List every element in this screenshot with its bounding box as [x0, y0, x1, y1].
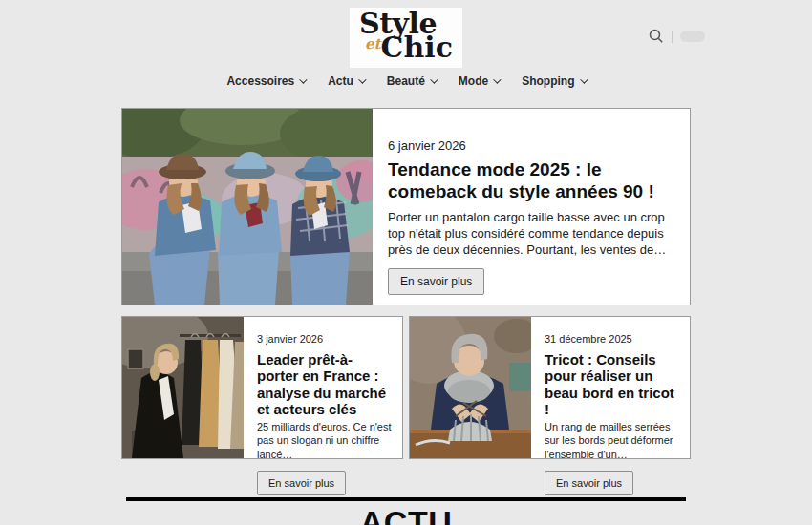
chevron-down-icon	[580, 75, 588, 83]
main-nav: Accessoires Actu Beauté Mode Shopping	[0, 74, 812, 88]
hero-read-more-button[interactable]: En savoir plus	[388, 268, 484, 295]
chevron-down-icon	[358, 75, 366, 83]
article-content: 3 janvier 2026 Leader prêt-à-porter en F…	[244, 317, 402, 458]
nav-label: Beauté	[387, 74, 425, 88]
chevron-down-icon	[493, 75, 501, 83]
article-image	[122, 317, 244, 458]
header-divider	[672, 31, 673, 43]
nav-label: Accessoires	[226, 74, 294, 88]
article-read-more-button[interactable]: En savoir plus	[257, 471, 346, 495]
article-card-tricot: 31 décembre 2025 Tricot : Conseils pour …	[409, 316, 691, 459]
nav-item-mode[interactable]: Mode	[459, 74, 499, 88]
nav-label: Shopping	[522, 74, 574, 88]
search-icon[interactable]	[649, 29, 664, 44]
article-title: Leader prêt-à-porter en France : analyse…	[257, 351, 393, 417]
nav-label: Actu	[328, 74, 353, 88]
logo-word-chic: Chic	[381, 31, 453, 64]
main-content: 6 janvier 2026 Tendance mode 2025 : le c…	[121, 108, 691, 525]
article-date: 3 janvier 2026	[257, 333, 393, 345]
articles-row: 3 janvier 2026 Leader prêt-à-porter en F…	[121, 316, 691, 459]
logo-line-2: etChic	[359, 33, 453, 62]
article-title: Tricot : Conseils pour réaliser un beau …	[545, 351, 680, 417]
hero-article-title: Tendance mode 2025 : le comeback du styl…	[388, 159, 673, 203]
nav-item-accessoires[interactable]: Accessoires	[226, 74, 305, 88]
site-logo[interactable]: Style etChic	[350, 8, 462, 68]
logo-word-et: et	[365, 35, 380, 52]
hero-article-excerpt: Porter un pantalon cargo taille basse av…	[388, 209, 673, 259]
chevron-down-icon	[430, 75, 438, 83]
article-read-more-button[interactable]: En savoir plus	[545, 471, 633, 495]
actu-section-header: ACTU	[121, 497, 691, 525]
article-excerpt: Un rang de mailles serrées sur les bords…	[545, 420, 680, 461]
hero-article-content: 6 janvier 2026 Tendance mode 2025 : le c…	[373, 109, 690, 304]
hero-article-card: 6 janvier 2026 Tendance mode 2025 : le c…	[121, 108, 691, 305]
article-image	[410, 317, 531, 458]
nav-item-beaute[interactable]: Beauté	[387, 74, 436, 88]
article-content: 31 décembre 2025 Tricot : Conseils pour …	[531, 317, 690, 458]
section-title: ACTU	[121, 504, 691, 525]
site-header: Style etChic Accessoires Actu Beauté	[0, 0, 812, 88]
page: Style etChic Accessoires Actu Beauté	[0, 0, 812, 525]
article-excerpt: 25 milliards d'euros. Ce n'est pas un sl…	[257, 420, 393, 461]
header-actions	[649, 29, 705, 44]
hero-article-date: 6 janvier 2026	[388, 138, 673, 153]
section-divider-line	[126, 497, 686, 501]
nav-item-shopping[interactable]: Shopping	[522, 74, 585, 88]
hero-article-image	[122, 109, 373, 304]
theme-toggle[interactable]	[680, 31, 705, 42]
article-card-pret-a-porter: 3 janvier 2026 Leader prêt-à-porter en F…	[121, 316, 403, 459]
nav-label: Mode	[459, 74, 488, 88]
article-date: 31 décembre 2025	[545, 333, 680, 345]
nav-item-actu[interactable]: Actu	[328, 74, 364, 88]
chevron-down-icon	[299, 75, 307, 83]
